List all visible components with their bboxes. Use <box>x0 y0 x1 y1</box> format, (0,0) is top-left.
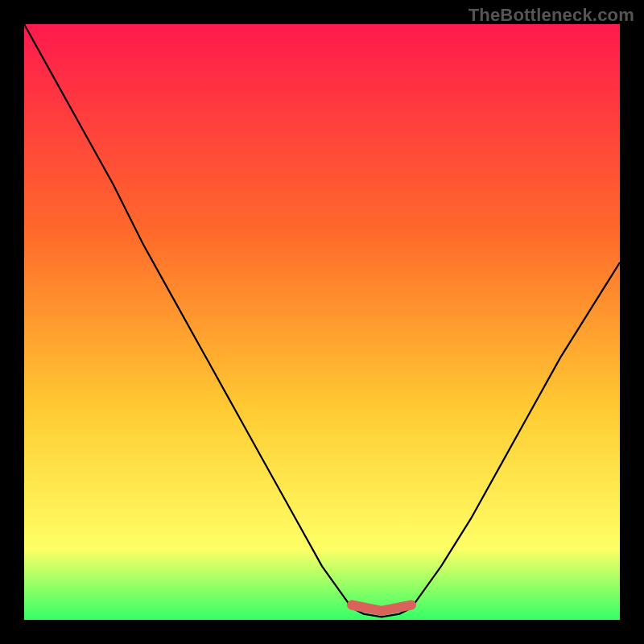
chart-frame: TheBottleneck.com <box>0 0 644 644</box>
plot-area <box>24 24 620 620</box>
watermark-text: TheBottleneck.com <box>469 5 634 26</box>
bottleneck-chart <box>24 24 620 620</box>
gradient-background <box>24 24 620 620</box>
